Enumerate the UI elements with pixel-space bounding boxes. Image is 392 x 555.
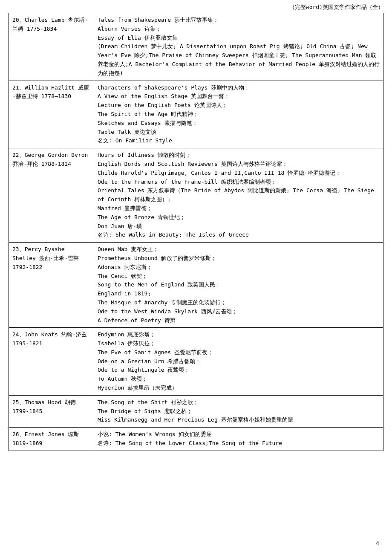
table-row: 21、William Hazlitt 威廉·赫兹里特 1778—1830Char… [9, 81, 383, 148]
page-title: （完整word)英国文学作家作品（全） [289, 4, 383, 10]
works-cell: The Song of the Shirt 衬衫之歌； The Bridge o… [94, 395, 383, 427]
table-row: 22、George Gordon Byron 乔治·拜伦 1788-1824Ho… [9, 148, 383, 243]
table-row: 23、Percy Bysshe Shelley 波西·比希·雪莱 1792-18… [9, 243, 383, 328]
table-row: 25、Thomas Hood 胡德 1799-1845The Song of t… [9, 395, 383, 427]
author-cell: 23、Percy Bysshe Shelley 波西·比希·雪莱 1792-18… [9, 243, 94, 328]
works-cell: Tales from Shakespeare 莎士比亚故事集； Alburn V… [94, 13, 383, 81]
author-cell: 24、John Keats 约翰·济兹 1795-1821 [9, 328, 94, 396]
author-cell: 26、Ernest Jones 琼斯 1819-1869 [9, 428, 94, 451]
page-number: 4 [376, 540, 379, 546]
author-cell: 20、Charles Lamb 查尔斯·兰姆 1775-1834 [9, 13, 94, 81]
works-cell: Queen Mab 麦布女王； Prometheus Unbound 解放了的普… [94, 243, 383, 328]
table-row: 24、John Keats 约翰·济兹 1795-1821Endymion 惠底… [9, 328, 383, 396]
table-row: 26、Ernest Jones 琼斯 1819-1869小说: The Wome… [9, 428, 383, 451]
table-row: 20、Charles Lamb 查尔斯·兰姆 1775-1834Tales fr… [9, 13, 383, 81]
works-cell: Endymion 惠底弥翁； Isabella 伊莎贝拉； The Eve of… [94, 328, 383, 396]
author-cell: 25、Thomas Hood 胡德 1799-1845 [9, 395, 94, 427]
works-cell: 小说: The Women's Wrongs 妇女们的委屈 名诗: The So… [94, 428, 383, 451]
page-header: （完整word)英国文学作家作品（全） [0, 0, 392, 13]
main-table: 20、Charles Lamb 查尔斯·兰姆 1775-1834Tales fr… [9, 13, 383, 451]
works-cell: Characters of Shakespeare's Plays 莎剧中的人物… [94, 81, 383, 148]
author-cell: 21、William Hazlitt 威廉·赫兹里特 1778—1830 [9, 81, 94, 148]
works-cell: Hours of Idliness 懒散的时刻； English Bords a… [94, 148, 383, 243]
author-cell: 22、George Gordon Byron 乔治·拜伦 1788-1824 [9, 148, 94, 243]
